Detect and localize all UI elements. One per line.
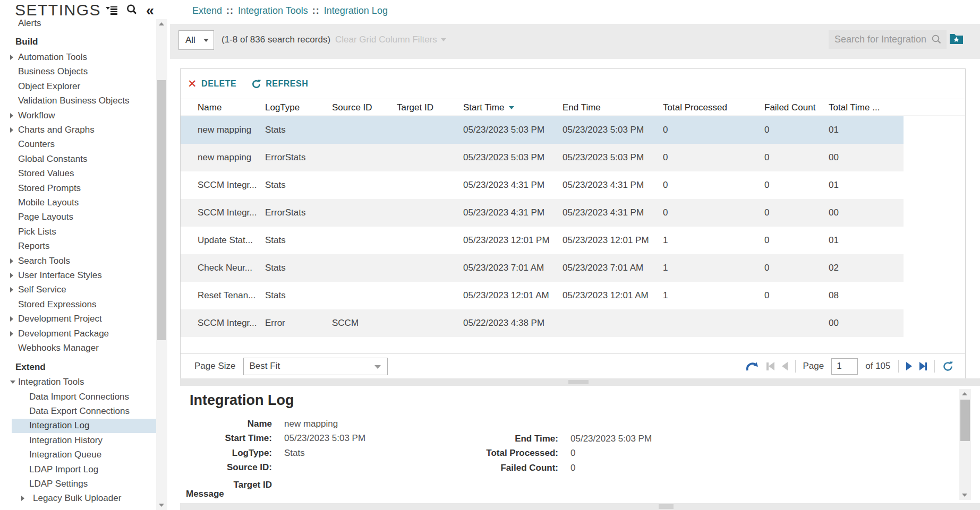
sidebar-item[interactable]: Build bbox=[0, 30, 156, 50]
breadcrumb-bar: Extend :: Integration Tools :: Integrati… bbox=[170, 0, 980, 24]
sidebar-item[interactable]: Integration Tools bbox=[0, 375, 156, 390]
sidebar-item-label: Data Import Connections bbox=[29, 392, 129, 402]
sidebar-item[interactable]: Development Package bbox=[0, 326, 156, 341]
undo-sort-icon[interactable] bbox=[745, 360, 759, 373]
sidebar-item[interactable]: LDAP Settings bbox=[0, 477, 156, 491]
table-row[interactable]: Reset Tenan... Stats 05/23/2023 12:01 AM… bbox=[181, 282, 904, 309]
panel-splitter[interactable] bbox=[180, 378, 980, 386]
column-header-failed-count[interactable]: Failed Count bbox=[764, 102, 829, 113]
column-header-source-id[interactable]: Source ID bbox=[332, 102, 397, 113]
detail-field: End Time: 05/23/2023 5:03 PM bbox=[409, 431, 652, 446]
sidebar-item[interactable]: Workflow bbox=[0, 108, 156, 123]
pager-bar: Page Size Best Fit Page bbox=[181, 353, 965, 378]
cell-source-id: SCCM bbox=[332, 318, 397, 329]
detail-scrollbar[interactable] bbox=[959, 389, 971, 500]
collapse-sidebar-icon[interactable]: « bbox=[146, 5, 154, 16]
sidebar-item[interactable]: Counters bbox=[0, 137, 156, 152]
sidebar-item[interactable]: Webhooks Manager bbox=[0, 341, 156, 355]
sidebar-item[interactable]: Automation Tools bbox=[0, 50, 156, 64]
sidebar-header: SETTINGS « bbox=[0, 0, 170, 18]
sidebar-scrollbar-thumb[interactable] bbox=[157, 80, 166, 340]
divider bbox=[934, 360, 935, 373]
breadcrumb-extend[interactable]: Extend bbox=[192, 5, 222, 16]
table-row[interactable]: new mapping Stats 05/23/2023 5:03 PM 05/… bbox=[181, 116, 904, 144]
table-row[interactable]: SCCM Integr... Error SCCM 05/22/2023 4:3… bbox=[181, 309, 904, 337]
sidebar-item[interactable]: Reports bbox=[0, 239, 156, 253]
sidebar-item[interactable]: Mobile Layouts bbox=[0, 195, 156, 210]
table-row[interactable]: new mapping ErrorStats 05/23/2023 5:03 P… bbox=[181, 144, 904, 171]
saved-searches-folder-icon[interactable] bbox=[949, 32, 964, 45]
cell-start-time: 05/23/2023 7:01 AM bbox=[463, 263, 563, 273]
scroll-up-icon[interactable] bbox=[962, 392, 967, 395]
sidebar-item[interactable]: Self Service bbox=[0, 283, 156, 297]
page-number-input[interactable] bbox=[831, 358, 858, 375]
sidebar-item[interactable]: Object Explorer bbox=[0, 79, 156, 93]
sidebar-item[interactable]: Integration Log bbox=[12, 419, 156, 433]
detail-field: Total Processed: 0 bbox=[409, 446, 652, 461]
sidebar-item[interactable]: Legacy Bulk Uploader bbox=[0, 491, 156, 506]
search-icon[interactable] bbox=[931, 34, 942, 45]
reload-grid-icon[interactable] bbox=[942, 361, 953, 372]
column-header-start-time[interactable]: Start Time bbox=[463, 102, 563, 113]
delete-button[interactable]: ✕ DELETE bbox=[188, 79, 236, 89]
scroll-down-icon[interactable] bbox=[962, 494, 967, 497]
cell-total-time: 01 bbox=[829, 235, 904, 246]
field-label: End Time: bbox=[409, 434, 558, 444]
search-input[interactable] bbox=[829, 30, 947, 49]
expand-icon bbox=[10, 331, 13, 336]
horizontal-scrollbar-thumb[interactable] bbox=[659, 504, 674, 509]
page-size-select[interactable]: Best Fit bbox=[243, 358, 388, 375]
sidebar-item[interactable]: Stored Expressions bbox=[0, 297, 156, 312]
scroll-down-icon[interactable] bbox=[159, 504, 164, 507]
first-page-button[interactable] bbox=[766, 362, 774, 370]
sidebar-item[interactable]: Page Layouts bbox=[0, 210, 156, 224]
sidebar-item[interactable]: Integration History bbox=[0, 433, 156, 447]
search-icon[interactable] bbox=[126, 4, 138, 18]
sidebar-item[interactable]: Integration Queue bbox=[0, 448, 156, 462]
next-page-button[interactable] bbox=[906, 362, 912, 370]
clear-grid-filters-button[interactable]: Clear Grid Column Filters bbox=[335, 34, 446, 45]
outline-menu-icon[interactable] bbox=[106, 6, 117, 15]
sidebar-item[interactable]: Pick Lists bbox=[0, 224, 156, 239]
breadcrumb-integration-log[interactable]: Integration Log bbox=[324, 5, 388, 16]
column-header-end-time[interactable]: End Time bbox=[563, 102, 663, 113]
previous-page-button[interactable] bbox=[782, 362, 788, 370]
last-page-button[interactable] bbox=[919, 362, 927, 370]
splitter-handle[interactable] bbox=[568, 380, 589, 384]
detail-scrollbar-thumb[interactable] bbox=[960, 400, 970, 441]
sidebar-item[interactable]: Stored Values bbox=[0, 167, 156, 181]
sidebar-item[interactable]: Stored Prompts bbox=[0, 181, 156, 195]
field-label: Start Time: bbox=[190, 433, 272, 444]
sidebar-item[interactable]: Business Objects bbox=[0, 65, 156, 79]
column-header-target-id[interactable]: Target ID bbox=[397, 102, 463, 113]
sidebar-item[interactable]: Validation Business Objects bbox=[0, 94, 156, 108]
column-header-name[interactable]: Name bbox=[198, 102, 265, 113]
page-size-label: Page Size bbox=[194, 361, 236, 371]
column-header-total-processed[interactable]: Total Processed bbox=[663, 102, 764, 113]
sidebar-item[interactable]: Charts and Graphs bbox=[0, 123, 156, 137]
sidebar-item[interactable]: Data Import Connections bbox=[0, 390, 156, 404]
breadcrumb-separator: :: bbox=[312, 5, 320, 16]
sort-descending-icon bbox=[509, 106, 514, 109]
sidebar-item[interactable]: Data Export Connections bbox=[0, 404, 156, 418]
table-row[interactable]: Update Stat... Stats 05/23/2023 12:01 PM… bbox=[181, 227, 904, 254]
column-header-total-time[interactable]: Total Time ... bbox=[829, 102, 904, 113]
table-row[interactable]: SCCM Integr... ErrorStats 05/23/2023 4:3… bbox=[181, 199, 904, 227]
sidebar-item[interactable]: Development Project bbox=[0, 312, 156, 326]
cell-total-processed: 1 bbox=[663, 263, 764, 273]
sidebar-item[interactable]: Extend bbox=[0, 356, 156, 375]
breadcrumb-integration-tools[interactable]: Integration Tools bbox=[238, 5, 308, 16]
table-row[interactable]: Check Neur... Stats 05/23/2023 7:01 AM 0… bbox=[181, 254, 904, 282]
sidebar-item[interactable]: User Interface Styles bbox=[0, 268, 156, 282]
sidebar-item[interactable]: Search Tools bbox=[0, 254, 156, 268]
scope-select[interactable]: All bbox=[178, 30, 214, 50]
scroll-up-icon[interactable] bbox=[159, 22, 164, 25]
sidebar-scrollbar[interactable] bbox=[156, 19, 167, 510]
table-row[interactable]: SCCM Integr... Stats 05/23/2023 4:31 PM … bbox=[181, 171, 904, 199]
horizontal-scrollbar[interactable] bbox=[180, 503, 980, 510]
sidebar-item[interactable]: Global Constants bbox=[0, 152, 156, 166]
sidebar-item[interactable]: LDAP Import Log bbox=[0, 462, 156, 477]
cell-start-time: 05/22/2023 4:38 PM bbox=[463, 318, 563, 329]
column-header-logtype[interactable]: LogType bbox=[265, 102, 332, 113]
refresh-button[interactable]: REFRESH bbox=[251, 79, 308, 89]
